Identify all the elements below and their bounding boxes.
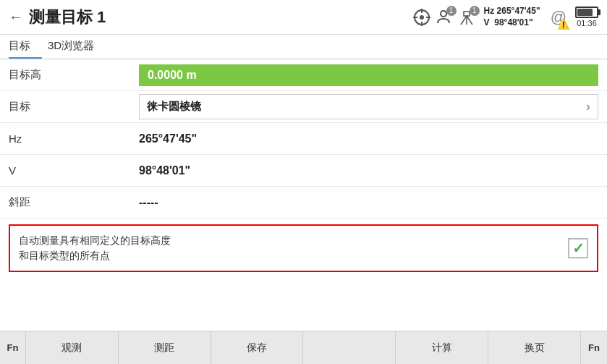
tabs-bar: 目标 3D浏览器 (0, 35, 607, 59)
footer-fn-left[interactable]: Fn (0, 331, 26, 364)
auto-measure-checkbox[interactable]: ✓ (568, 238, 588, 258)
crosshair-group (412, 7, 432, 27)
v-angle: V 98°48'01" (484, 17, 540, 29)
footer-toolbar: Fn 观测 测距 保存 计算 换页 Fn (0, 331, 607, 364)
main-content: 目标高 0.0000 m 目标 徕卡圆棱镜 › Hz 265°47'45" V … (0, 59, 607, 331)
field-value-target-height[interactable]: 0.0000 m (139, 64, 598, 86)
field-label-target-height: 目标高 (9, 68, 139, 82)
tab-3d-browser[interactable]: 3D浏览器 (48, 35, 106, 59)
field-label-v: V (9, 164, 139, 177)
header: ← 测量目标 1 1 1 Hz 265°47'45" V (0, 0, 607, 35)
field-row-target-height: 目标高 0.0000 m (0, 59, 607, 91)
tripod-icon-group: 1 (458, 9, 475, 26)
field-row-slope: 斜距 ----- (0, 187, 607, 219)
svg-point-6 (441, 11, 446, 17)
auto-measure-text: 自动测量具有相同定义的目标高度和目标类型的所有点 (19, 233, 559, 263)
field-row-target: 目标 徕卡圆棱镜 › (0, 91, 607, 123)
field-value-slope: ----- (139, 196, 598, 209)
svg-line-8 (461, 16, 467, 25)
footer-btn-measure[interactable]: 测距 (119, 331, 211, 364)
field-value-v: 98°48'01" (139, 164, 598, 177)
svg-point-5 (420, 15, 424, 20)
svg-rect-7 (464, 12, 470, 16)
warning-icon: ⚠️ (557, 18, 569, 30)
footer-btn-save[interactable]: 保存 (211, 331, 304, 364)
time-display: 01:36 (577, 19, 597, 27)
battery-time-group: 01:36 (575, 7, 598, 27)
checkmark-icon: ✓ (572, 240, 585, 257)
page-title: 测量目标 1 (29, 7, 412, 28)
field-row-hz: Hz 265°47'45" (0, 123, 607, 155)
field-value-hz: 265°47'45" (139, 132, 598, 145)
field-row-v: V 98°48'01" (0, 155, 607, 187)
chevron-right-icon: › (586, 99, 590, 114)
field-label-target: 目标 (9, 100, 139, 114)
at-warning-group: @ ⚠️ (551, 8, 566, 27)
crosshair-icon (412, 7, 432, 27)
footer-btn-page[interactable]: 换页 (488, 331, 581, 364)
footer-fn-right[interactable]: Fn (581, 331, 607, 364)
field-label-hz: Hz (9, 132, 139, 145)
person-badge: 1 (446, 6, 457, 16)
target-value-text: 徕卡圆棱镜 (147, 100, 201, 114)
field-label-slope: 斜距 (9, 195, 139, 209)
tab-target[interactable]: 目标 (9, 35, 42, 59)
footer-btn-empty (303, 331, 396, 364)
tripod-badge: 1 (470, 6, 480, 16)
hz-angle: Hz 265°47'45" (484, 6, 540, 17)
field-value-target-selector[interactable]: 徕卡圆棱镜 › (139, 94, 598, 119)
footer-btn-calculate[interactable]: 计算 (396, 331, 488, 364)
svg-line-10 (467, 16, 472, 25)
back-icon: ← (9, 9, 23, 25)
footer-btn-observe[interactable]: 观测 (26, 331, 119, 364)
angle-display: Hz 265°47'45" V 98°48'01" (484, 6, 540, 28)
auto-measure-row[interactable]: 自动测量具有相同定义的目标高度和目标类型的所有点 ✓ (9, 224, 598, 272)
battery-icon (575, 7, 598, 18)
person-icon-group: 1 (435, 9, 452, 26)
back-button[interactable]: ← (9, 9, 23, 25)
